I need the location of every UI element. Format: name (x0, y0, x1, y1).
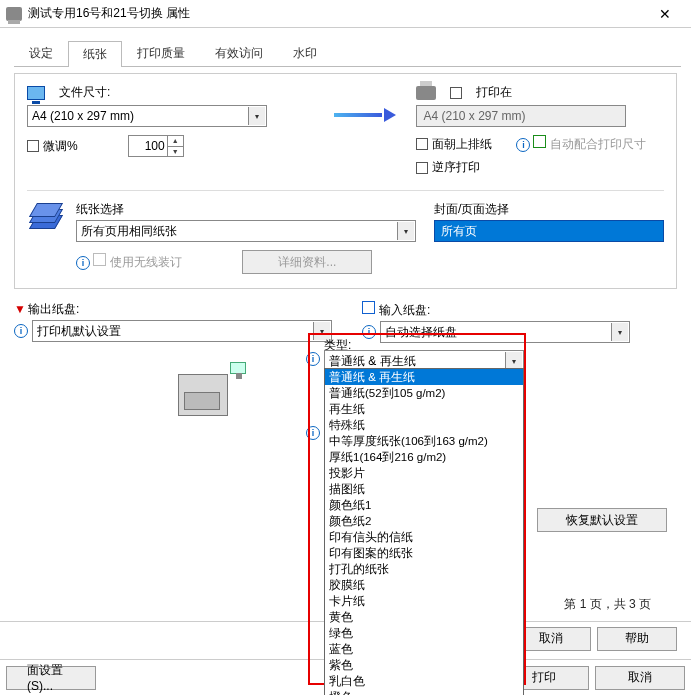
info-icon[interactable]: i (14, 324, 28, 338)
spinner-icon[interactable]: ▲▼ (167, 136, 183, 156)
type-option[interactable]: 中等厚度纸张(106到163 g/m2) (325, 433, 523, 449)
down-arrow-icon: ▼ (14, 302, 26, 316)
checkbox-icon (27, 140, 39, 152)
outtray-label: 输出纸盘: (28, 302, 79, 316)
page-settings-button[interactable]: 面设置(S)... (6, 666, 96, 690)
type-option[interactable]: 绿色 (325, 625, 523, 641)
printon-select: A4 (210 x 297 mm) (416, 105, 626, 127)
tab-4[interactable]: 水印 (278, 40, 332, 66)
info-icon: i (516, 138, 530, 152)
reverse-check[interactable]: 逆序打印 (416, 160, 480, 174)
detail-button: 详细资料... (242, 250, 372, 274)
arrow-right-icon (330, 108, 400, 122)
close-button[interactable]: ✕ (645, 6, 685, 22)
tab-3[interactable]: 有效访问 (200, 40, 278, 66)
docsize-select[interactable]: A4 (210 x 297 mm) ▾ (27, 105, 267, 127)
type-dropdown[interactable]: 普通纸 & 再生纸普通纸(52到105 g/m2)再生纸特殊纸中等厚度纸张(10… (324, 368, 524, 695)
type-option[interactable]: 印有图案的纸张 (325, 545, 523, 561)
type-option[interactable]: 印有信头的信纸 (325, 529, 523, 545)
papersel-label: 纸张选择 (76, 201, 416, 218)
printer-icon (416, 86, 436, 100)
monitor-icon (27, 86, 45, 100)
faceup-check[interactable]: 面朝上排纸 (416, 136, 492, 153)
type-option[interactable]: 卡片纸 (325, 593, 523, 609)
square-icon (362, 301, 375, 314)
type-option[interactable]: 特殊纸 (325, 417, 523, 433)
type-option[interactable]: 普通纸 & 再生纸 (325, 369, 523, 385)
type-option[interactable]: 颜色纸1 (325, 497, 523, 513)
tab-2[interactable]: 打印质量 (122, 40, 200, 66)
tab-1[interactable]: 纸张 (68, 41, 122, 67)
info-icon[interactable]: i (306, 352, 320, 366)
type-option[interactable]: 颜色纸2 (325, 513, 523, 529)
cover-label: 封面/页面选择 (434, 201, 664, 218)
help-button[interactable]: 帮助 (597, 627, 677, 651)
paper-panel: 文件尺寸: A4 (210 x 297 mm) ▾ 微调% 100 ▲▼ (14, 73, 677, 289)
titlebar: 测试专用16号和21号切换 属性 ✕ (0, 0, 691, 28)
type-option[interactable]: 再生纸 (325, 401, 523, 417)
type-option[interactable]: 黄色 (325, 609, 523, 625)
micro-adjust[interactable]: 微调% (27, 138, 78, 155)
intray-label: 输入纸盘: (379, 303, 430, 317)
cancel2-button[interactable]: 取消 (595, 666, 685, 690)
chevron-down-icon: ▾ (248, 107, 265, 125)
info-icon[interactable]: i (362, 325, 376, 339)
cover-select[interactable]: 所有页 (434, 220, 664, 242)
intray-select[interactable]: 自动选择纸盘▾ (380, 321, 630, 343)
type-option[interactable]: 橙色 (325, 689, 523, 695)
type-option[interactable]: 胶膜纸 (325, 577, 523, 593)
autosize-check[interactable]: i自动配合打印尺寸 (516, 135, 646, 153)
tabs: 设定纸张打印质量有效访问水印 (14, 40, 681, 67)
page-count: 第 1 页，共 3 页 (564, 596, 651, 613)
type-option[interactable]: 紫色 (325, 657, 523, 673)
outtray-select[interactable]: 打印机默认设置▾ (32, 320, 332, 342)
wireless-check: i 使用无线装订 (76, 253, 182, 271)
type-option[interactable]: 投影片 (325, 465, 523, 481)
printon-label: 打印在 (476, 84, 512, 101)
tab-0[interactable]: 设定 (14, 40, 68, 66)
info-icon[interactable]: i (306, 426, 320, 440)
type-option[interactable]: 蓝色 (325, 641, 523, 657)
type-option[interactable]: 厚纸1(164到216 g/m2) (325, 449, 523, 465)
info-icon: i (76, 256, 90, 270)
printer-app-icon (6, 7, 22, 21)
paper-stack-icon (31, 203, 56, 231)
type-option[interactable]: 打孔的纸张 (325, 561, 523, 577)
window-title: 测试专用16号和21号切换 属性 (28, 5, 190, 22)
micro-value-input[interactable]: 100 ▲▼ (128, 135, 184, 157)
type-option[interactable]: 描图纸 (325, 481, 523, 497)
printer-illustration (172, 362, 252, 422)
docsize-label: 文件尺寸: (59, 84, 110, 101)
type-option[interactable]: 乳白色 (325, 673, 523, 689)
restore-defaults-button[interactable]: 恢复默认设置 (537, 508, 667, 532)
docsize-value: A4 (210 x 297 mm) (32, 109, 134, 123)
papersel-select[interactable]: 所有页用相同纸张▾ (76, 220, 416, 242)
checkbox-icon[interactable] (450, 87, 462, 99)
type-option[interactable]: 普通纸(52到105 g/m2) (325, 385, 523, 401)
